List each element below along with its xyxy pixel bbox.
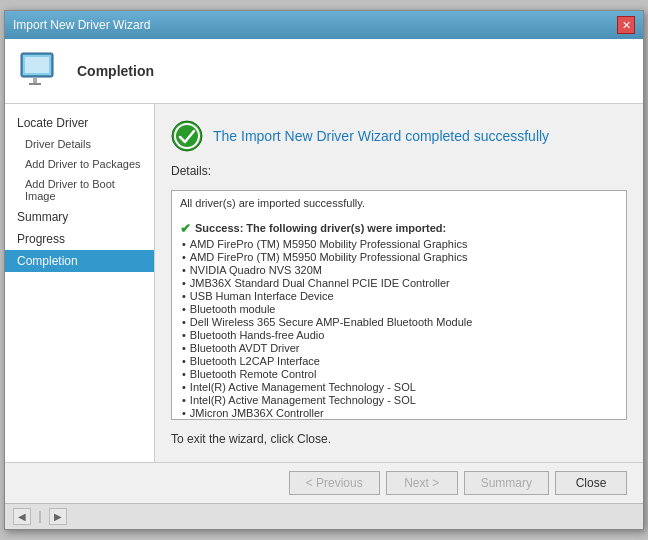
driver-list: •AMD FirePro (TM) M5950 Mobility Profess… [180, 238, 618, 420]
bullet-icon: • [182, 407, 186, 419]
sidebar-item-add-boot[interactable]: Add Driver to Boot Image [5, 174, 154, 206]
close-button[interactable]: ✕ [617, 16, 635, 34]
list-item: •Intel(R) Active Management Technology -… [180, 394, 618, 406]
list-item: •Bluetooth Remote Control [180, 368, 618, 380]
exit-text: To exit the wizard, click Close. [171, 432, 627, 446]
summary-button[interactable]: Summary [464, 471, 549, 495]
nav-left[interactable]: ◀ [13, 508, 31, 525]
bullet-icon: • [182, 264, 186, 276]
list-item: •Bluetooth module [180, 303, 618, 315]
close-wizard-button[interactable]: Close [555, 471, 627, 495]
main-content: Locate Driver Driver Details Add Driver … [5, 104, 643, 462]
success-banner: The Import New Driver Wizard completed s… [171, 120, 627, 152]
list-item: •Intel(R) Active Management Technology -… [180, 381, 618, 393]
computer-icon [17, 47, 65, 95]
details-intro-line: All driver(s) are imported successfully. [180, 197, 618, 209]
bullet-icon: • [182, 329, 186, 341]
bullet-icon: • [182, 238, 186, 250]
next-button[interactable]: Next > [386, 471, 458, 495]
sidebar: Locate Driver Driver Details Add Driver … [5, 104, 155, 462]
wizard-window: Import New Driver Wizard ✕ Completion Lo… [4, 10, 644, 530]
list-item: •AMD FirePro (TM) M5950 Mobility Profess… [180, 251, 618, 263]
nav-right[interactable]: ▶ [49, 508, 67, 525]
success-text: The Import New Driver Wizard completed s… [213, 128, 549, 144]
list-item: •USB Human Interface Device [180, 290, 618, 302]
list-item: •Dell Wireless 365 Secure AMP-Enabled Bl… [180, 316, 618, 328]
success-line: ✔ Success: The following driver(s) were … [180, 222, 618, 236]
nav-bar: ◀ ▶ [5, 503, 643, 529]
bullet-icon: • [182, 342, 186, 354]
bullet-icon: • [182, 368, 186, 380]
footer: < Previous Next > Summary Close [5, 462, 643, 503]
list-item: •Bluetooth Hands-free Audio [180, 329, 618, 341]
details-box[interactable]: All driver(s) are imported successfully.… [171, 190, 627, 420]
success-line-text: Success: The following driver(s) were im… [195, 222, 446, 234]
bullet-icon: • [182, 251, 186, 263]
check-icon: ✔ [180, 221, 191, 236]
list-item: •Bluetooth AVDT Driver [180, 342, 618, 354]
sidebar-item-add-packages[interactable]: Add Driver to Packages [5, 154, 154, 174]
nav-arrows: ◀ ▶ [5, 508, 75, 525]
svg-rect-4 [25, 57, 49, 73]
bullet-icon: • [182, 290, 186, 302]
svg-rect-3 [29, 83, 41, 85]
details-intro-text: All driver(s) are imported successfully. [180, 197, 365, 209]
header-title: Completion [77, 63, 154, 79]
details-label: Details: [171, 164, 627, 178]
list-item: •AMD FirePro (TM) M5950 Mobility Profess… [180, 238, 618, 250]
sidebar-item-driver-details[interactable]: Driver Details [5, 134, 154, 154]
success-icon [171, 120, 203, 152]
prev-button[interactable]: < Previous [289, 471, 380, 495]
list-item: •Bluetooth L2CAP Interface [180, 355, 618, 367]
content-area: The Import New Driver Wizard completed s… [155, 104, 643, 462]
bullet-icon: • [182, 355, 186, 367]
bullet-icon: • [182, 316, 186, 328]
svg-rect-2 [33, 77, 37, 83]
title-bar: Import New Driver Wizard ✕ [5, 11, 643, 39]
sidebar-item-locate-driver[interactable]: Locate Driver [5, 112, 154, 134]
bullet-icon: • [182, 277, 186, 289]
sidebar-item-summary[interactable]: Summary [5, 206, 154, 228]
bullet-icon: • [182, 381, 186, 393]
header-area: Completion [5, 39, 643, 104]
bullet-icon: • [182, 394, 186, 406]
window-title: Import New Driver Wizard [13, 18, 150, 32]
bullet-icon: • [182, 303, 186, 315]
list-item: •JMB36X Standard Dual Channel PCIE IDE C… [180, 277, 618, 289]
sidebar-item-completion[interactable]: Completion [5, 250, 154, 272]
sidebar-item-progress[interactable]: Progress [5, 228, 154, 250]
list-item: •JMicron JMB36X Controller [180, 407, 618, 419]
nav-scroll[interactable] [39, 511, 41, 523]
list-item: •NVIDIA Quadro NVS 320M [180, 264, 618, 276]
